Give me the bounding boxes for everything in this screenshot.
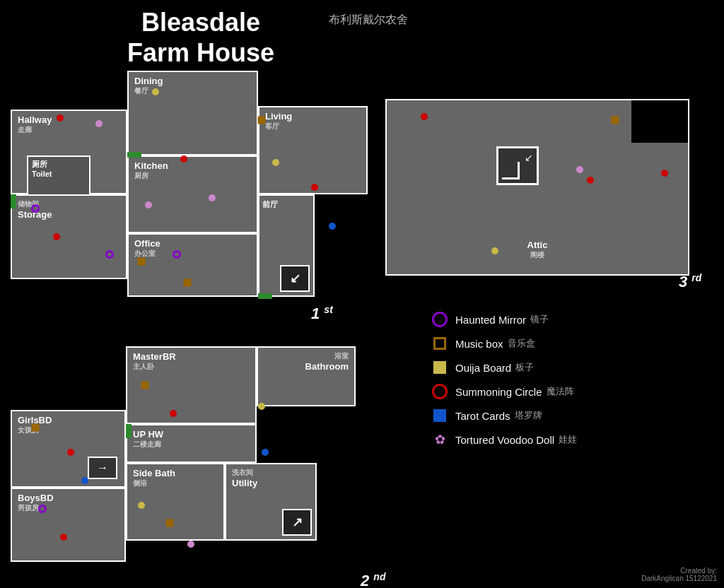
fronthall-label: 前厅: [262, 199, 278, 210]
music-box-icon: [431, 335, 448, 352]
title-english: Bleasdale Farm House: [127, 7, 274, 68]
map-dot-29: [38, 505, 47, 513]
map-dot-0: [57, 114, 64, 122]
attic-stair-icon: ↙: [496, 146, 539, 185]
map-dot-12: [258, 117, 266, 124]
map-dot-6: [152, 88, 159, 95]
room-kitchen: Kitchen 厨房: [127, 155, 258, 233]
legend-music-box: Music box 音乐盒: [431, 335, 577, 352]
room-boysbd: BoysBD 男孩房: [11, 488, 126, 562]
attic-label: Attic 阁楼: [527, 240, 548, 260]
tarot-label: Tarot Cards: [455, 410, 510, 422]
voodoo-icon: ✿: [431, 431, 448, 448]
map-dot-9: [209, 194, 216, 201]
room-living: Living 客厅: [258, 106, 368, 194]
map-dot-15: [329, 223, 336, 230]
map-dot-16: [421, 113, 428, 120]
door-line-2: [127, 152, 141, 158]
map-dot-31: [138, 502, 145, 509]
haunted-mirror-label-zh: 镜子: [530, 313, 549, 326]
attic-cutout: [631, 100, 688, 143]
room-storage: 储物间 Storage: [11, 194, 127, 279]
toilet-label: 厕所 Toilet: [32, 159, 52, 178]
ouija-label: Ouija Board: [455, 362, 511, 374]
map-dot-23: [170, 410, 177, 417]
room-utility: 洗衣间 Utility ↗: [225, 463, 317, 541]
legend-ouija: Ouija Board 板子: [431, 359, 577, 376]
map-title: Bleasdale Farm House: [127, 7, 274, 68]
voodoo-label-zh: 娃娃: [559, 433, 577, 446]
utility-label: 洗衣间 Utility: [232, 468, 257, 488]
door-line-3: [258, 293, 272, 299]
legend-voodoo: ✿ Tortured Voodoo Doll 娃娃: [431, 431, 577, 448]
map-dot-28: [81, 477, 88, 484]
floor-label-1st: 1 st: [311, 304, 333, 323]
map-dot-17: [612, 117, 619, 124]
haunted-mirror-icon: [431, 311, 448, 328]
map-dot-3: [53, 233, 60, 240]
map-dot-14: [311, 184, 318, 191]
voodoo-label: Tortured Voodoo Doll: [455, 434, 554, 446]
map-dot-4: [105, 250, 114, 259]
room-office: Office 办公室: [127, 233, 258, 297]
kitchen-label: Kitchen 厨房: [134, 160, 168, 181]
map-dot-19: [587, 177, 594, 184]
bathroom-label: 浴室 Bathroom: [305, 351, 349, 372]
room-bathroom: 浴室 Bathroom: [257, 346, 356, 406]
legend: Haunted Mirror 镜子 Music box 音乐盒 Ouija Bo…: [431, 311, 577, 455]
boysbd-label: BoysBD 男孩房: [18, 493, 54, 513]
map-dot-11: [184, 279, 192, 287]
floor-label-2nd: 2 nd: [361, 571, 385, 588]
haunted-mirror-label: Haunted Mirror: [455, 314, 526, 326]
map-dot-18: [576, 166, 583, 173]
map-dot-32: [166, 519, 174, 527]
map-dot-5: [138, 258, 146, 266]
map-dot-1: [95, 120, 103, 127]
door-line-1: [11, 194, 16, 208]
map-dot-27: [67, 449, 74, 456]
music-box-label: Music box: [455, 338, 503, 350]
sidebath-label: Side Bath 侧浴: [133, 468, 175, 488]
tarot-label-zh: 塔罗牌: [515, 409, 542, 422]
legend-summoning: Summoning Circle 魔法阵: [431, 383, 577, 400]
map-dot-10: [173, 250, 181, 259]
map-dot-25: [262, 449, 269, 456]
summoning-label: Summoning Circle: [455, 386, 542, 398]
stair-up-2f: ↗: [282, 509, 312, 536]
map-dot-26: [32, 424, 40, 432]
map-dot-8: [145, 201, 152, 208]
map-dot-7: [180, 155, 187, 163]
room-attic: ↙ Attic 阁楼: [385, 99, 689, 276]
living-label: Living 客厅: [265, 111, 292, 131]
floor-label-3rd: 3 rd: [679, 272, 701, 291]
map-dot-20: [661, 170, 668, 177]
office-label: Office 办公室: [134, 238, 160, 259]
map-dot-2: [31, 204, 40, 213]
masterbr-label: MasterBR 主人卧: [133, 351, 176, 372]
tarot-icon: [431, 407, 448, 424]
legend-haunted-mirror: Haunted Mirror 镜子: [431, 311, 577, 328]
map-dot-24: [258, 403, 265, 410]
legend-tarot: Tarot Cards 塔罗牌: [431, 407, 577, 424]
map-dot-22: [141, 382, 149, 389]
summoning-icon: [431, 383, 448, 400]
map-dot-33: [187, 541, 194, 548]
room-uphw: UP HW 二楼走廊: [126, 424, 257, 463]
map-dot-21: [491, 247, 498, 254]
stair-down-1f: ↙: [280, 265, 310, 292]
credit: Created by: DarkAnglican 15122021: [641, 567, 717, 582]
ouija-label-zh: 板子: [515, 361, 534, 374]
ouija-icon: [431, 359, 448, 376]
door-line-4: [126, 424, 132, 438]
room-dining: Dining 餐厅: [127, 71, 258, 155]
map-dot-13: [272, 159, 279, 166]
summoning-label-zh: 魔法阵: [547, 385, 574, 398]
uphw-label: UP HW 二楼走廊: [133, 429, 163, 449]
room-fronthall: 前厅 ↙: [258, 194, 315, 297]
hallway-label: Hallway 走廊: [18, 114, 52, 135]
map-dot-30: [60, 534, 67, 541]
stair-arrow-2f: →: [88, 457, 117, 479]
title-chinese: 布利斯戴尔农舍: [329, 13, 408, 28]
music-box-label-zh: 音乐盒: [508, 337, 535, 350]
